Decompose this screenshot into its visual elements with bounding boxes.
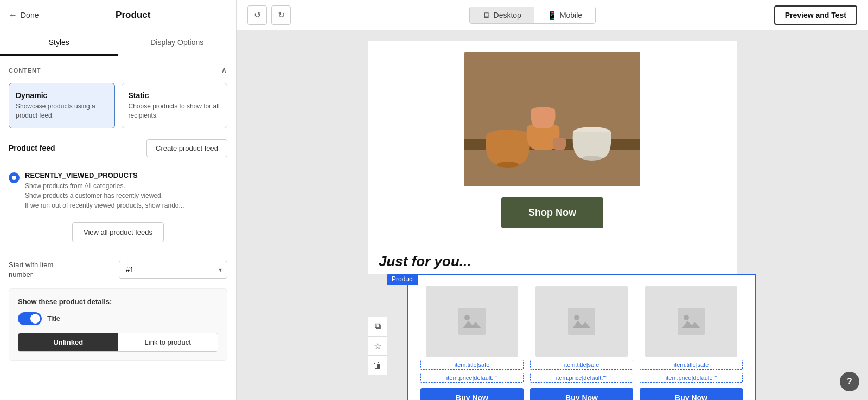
panel-tabs: Styles Display Options — [0, 30, 236, 56]
feed-desc-3: If we run out of recently viewed product… — [25, 201, 184, 210]
left-panel: ← Done Product Styles Display Options CO… — [0, 0, 237, 400]
show-details-title: Show these product details: — [18, 298, 218, 306]
product-feed-label: Product feed — [9, 144, 55, 152]
panel-title: Product — [39, 10, 227, 21]
start-item-select[interactable]: #1 #2 #3 — [119, 261, 227, 279]
dynamic-card[interactable]: Dynamic Showcase products using a produc… — [9, 83, 115, 128]
radio-selected-icon — [9, 172, 20, 183]
help-button[interactable]: ? — [840, 372, 859, 391]
image-placeholder-icon-3 — [678, 308, 705, 335]
mobile-icon: 📱 — [547, 11, 557, 20]
svg-point-3 — [497, 162, 519, 168]
product-feed-row: Product feed Create product feed — [9, 139, 227, 157]
feed-radio-item[interactable]: RECENTLY_VIEWED_PRODUCTS Show products f… — [9, 166, 227, 216]
tab-styles[interactable]: Styles — [0, 30, 118, 56]
tab-display-options[interactable]: Display Options — [118, 30, 237, 56]
content-type-row: Dynamic Showcase products using a produc… — [9, 83, 227, 128]
product-cards-row: item.title|safe item.price|default:"" Bu… — [417, 286, 746, 400]
feed-desc-1: Show products from All categories. — [25, 181, 184, 191]
desktop-icon: 🖥 — [483, 11, 490, 20]
product-title-tag-2: item.title|safe — [530, 360, 633, 370]
title-toggle-row: Title — [18, 312, 218, 325]
delete-tool-button[interactable]: 🗑 — [368, 356, 387, 375]
product-image-2 — [535, 286, 628, 357]
product-section: item.title|safe item.price|default:"" Bu… — [407, 274, 756, 400]
title-toggle-label: Title — [47, 314, 60, 322]
dynamic-card-desc: Showcase products using a product feed. — [16, 102, 108, 120]
buy-now-button-2[interactable]: Buy Now — [530, 388, 633, 400]
unlinked-button[interactable]: Unlinked — [18, 333, 118, 351]
shop-now-button[interactable]: Shop Now — [501, 197, 603, 228]
preview-test-button[interactable]: Preview and Test — [774, 5, 857, 25]
section-title: CONTENT — [9, 67, 41, 74]
main-toolbar: ↺ ↻ 🖥 Desktop 📱 Mobile Preview and Test — [237, 0, 868, 30]
desktop-tab[interactable]: 🖥 Desktop — [470, 7, 534, 23]
star-tool-button[interactable]: ☆ — [368, 336, 387, 356]
buy-now-button-3[interactable]: Buy Now — [640, 388, 743, 400]
shop-now-section: Shop Now — [368, 186, 737, 244]
product-section-wrapper: ⧉ ☆ 🗑 Product — [368, 274, 737, 400]
start-item-label: Start with item number — [9, 260, 74, 280]
device-tabs: 🖥 Desktop 📱 Mobile — [469, 7, 596, 24]
product-card-2: item.title|safe item.price|default:"" Bu… — [530, 286, 633, 400]
image-placeholder-icon — [458, 308, 486, 335]
product-image-1 — [426, 286, 518, 357]
toolbar-left: ↺ ↻ — [247, 5, 291, 25]
start-item-select-wrapper: #1 #2 #3 ▾ — [119, 261, 227, 279]
product-image-3 — [645, 286, 737, 357]
svg-rect-9 — [458, 308, 486, 335]
link-btn-row: Unlinked Link to product — [18, 333, 218, 352]
title-toggle[interactable] — [18, 312, 42, 325]
pots-image — [464, 52, 640, 186]
dynamic-card-title: Dynamic — [16, 91, 108, 100]
product-price-tag-3: item.price|default:"" — [640, 373, 743, 383]
svg-rect-11 — [568, 308, 595, 335]
svg-point-10 — [464, 315, 470, 320]
create-feed-button[interactable]: Create product feed — [146, 139, 227, 157]
product-title-tag-3: item.title|safe — [640, 360, 743, 370]
copy-tool-button[interactable]: ⧉ — [368, 317, 387, 336]
just-for-you-heading: Just for you... — [368, 244, 737, 274]
buy-now-button-1[interactable]: Buy Now — [420, 388, 524, 400]
left-tools: ⧉ ☆ 🗑 — [368, 317, 387, 375]
divider — [9, 251, 227, 251]
product-price-tag-2: item.price|default:"" — [530, 373, 633, 383]
static-card-desc: Choose products to show for all recipien… — [129, 102, 221, 120]
static-card-title: Static — [129, 91, 221, 100]
redo-button[interactable]: ↻ — [271, 5, 291, 25]
main-area: ↺ ↻ 🖥 Desktop 📱 Mobile Preview and Test — [237, 0, 868, 400]
product-section-container: Product item.title — [387, 274, 737, 400]
done-label: Done — [21, 11, 39, 20]
feed-name: RECENTLY_VIEWED_PRODUCTS — [25, 171, 184, 179]
link-to-product-button[interactable]: Link to product — [118, 333, 218, 351]
product-title-tag-1: item.title|safe — [420, 360, 524, 370]
feed-desc-2: Show products a customer has recently vi… — [25, 191, 184, 201]
done-button[interactable]: ← Done — [9, 10, 39, 20]
pots-section — [368, 41, 737, 186]
svg-point-14 — [684, 315, 689, 320]
content-section: CONTENT ∧ Dynamic Showcase products usin… — [0, 56, 236, 370]
back-arrow-icon: ← — [9, 10, 17, 20]
svg-point-12 — [574, 315, 579, 320]
feed-info: RECENTLY_VIEWED_PRODUCTS Show products f… — [25, 171, 184, 210]
canvas: Shop Now Just for you... ⧉ ☆ 🗑 Product — [237, 30, 868, 400]
view-all-feeds-button[interactable]: View all product feeds — [72, 222, 164, 242]
product-card-1: item.title|safe item.price|default:"" Bu… — [420, 286, 524, 400]
image-placeholder-icon-2 — [568, 308, 595, 335]
undo-button[interactable]: ↺ — [247, 5, 267, 25]
collapse-button[interactable]: ∧ — [221, 65, 227, 75]
top-bar: ← Done Product — [0, 0, 236, 30]
svg-point-7 — [582, 156, 602, 161]
mobile-tab[interactable]: 📱 Mobile — [534, 7, 595, 23]
product-card-3: item.title|safe item.price|default:"" Bu… — [640, 286, 743, 400]
static-card[interactable]: Static Choose products to show for all r… — [122, 83, 228, 128]
product-section-label: Product — [387, 274, 418, 285]
section-header: CONTENT ∧ — [9, 65, 227, 75]
product-price-tag-1: item.price|default:"" — [420, 373, 524, 383]
start-item-row: Start with item number #1 #2 #3 ▾ — [9, 260, 227, 280]
product-details-section: Show these product details: Title Unlink… — [9, 288, 227, 361]
email-content: Shop Now Just for you... — [368, 41, 737, 274]
svg-rect-13 — [678, 308, 705, 335]
